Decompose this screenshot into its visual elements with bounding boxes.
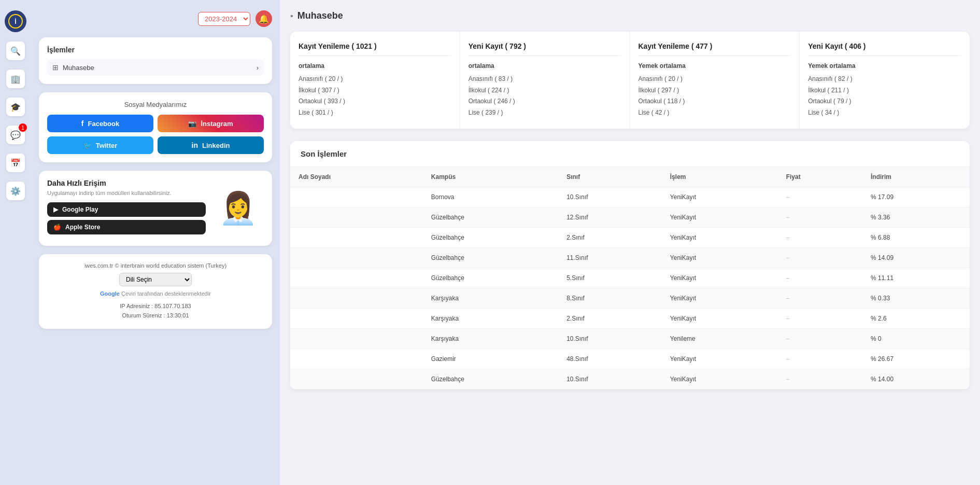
stat-card-2-item-1: İlkokul ( 297 / ) <box>638 85 791 96</box>
cell-kampus: Güzelbahçe <box>423 207 558 228</box>
col-header-ad: Adı Soyadı <box>290 167 423 187</box>
graduation-nav-icon[interactable]: 🎓 <box>6 98 25 116</box>
cell-indirim: % 3.36 <box>862 207 970 228</box>
cell-islem: YeniKayıt <box>662 369 778 390</box>
cell-kampus: Karşıyaka <box>423 288 558 309</box>
twitter-label: Twitter <box>96 142 118 149</box>
stat-card-1-item-1: İlkokul ( 224 / ) <box>468 85 621 96</box>
cell-sinif: 10.Sınıf <box>558 369 662 390</box>
cell-kampus: Bornova <box>423 187 558 207</box>
cell-fiyat: – <box>778 288 862 309</box>
col-header-indirim: İndirim <box>862 167 970 187</box>
google-play-button[interactable]: ▶ Google Play <box>47 202 206 217</box>
instagram-button[interactable]: 📷 İnstagram <box>158 115 264 132</box>
stat-card-0-item-3: Lise ( 301 / ) <box>299 107 451 119</box>
cell-indirim: % 14.09 <box>862 248 970 268</box>
stat-card-2: Kayıt Yenileme ( 477 ) Yemek ortalama An… <box>630 32 800 129</box>
building-nav-icon[interactable]: 🏢 <box>6 70 25 88</box>
play-icon: ▶ <box>53 206 58 213</box>
social-grid: f Facebook 📷 İnstagram 🐦 Twitter in Link… <box>47 115 264 154</box>
stat-card-3-item-2: Ortaokul ( 79 / ) <box>808 96 961 107</box>
cell-ad <box>290 349 423 369</box>
stat-card-2-subtitle: Yemek ortalama <box>638 62 791 70</box>
table-row: Gaziemir 48.Sınıf YeniKayıt – % 26.67 <box>290 349 970 369</box>
school-logo: İ <box>5 10 26 32</box>
main-content: ▪ Muhasebe Kayıt Yenileme ( 1021 ) ortal… <box>280 0 980 485</box>
table-header-row: Adı Soyadı Kampüs Sınıf İşlem Fiyat İndi… <box>290 167 970 187</box>
cell-ad <box>290 268 423 288</box>
transactions-table-container: Adı Soyadı Kampüs Sınıf İşlem Fiyat İndi… <box>290 167 970 390</box>
linkedin-button[interactable]: in Linkedin <box>158 136 264 154</box>
son-islemler-card: Son İşlemler Adı Soyadı Kampüs Sınıf İşl… <box>290 141 970 390</box>
sosyal-title: Sosyal Medyalarımız <box>47 101 264 108</box>
menu-grid-icon: ⊞ <box>52 63 59 72</box>
cell-fiyat: – <box>778 228 862 248</box>
stat-card-0-item-1: İlkokul ( 307 / ) <box>299 85 451 96</box>
left-panel: 2023-20242022-20232021-2022 🔔 İşlemler ⊞… <box>31 0 280 485</box>
bell-button[interactable]: 🔔 <box>255 10 272 27</box>
facebook-icon: f <box>81 119 84 128</box>
stat-card-0: Kayıt Yenileme ( 1021 ) ortalama Anasını… <box>290 32 460 129</box>
table-row: Karşıyaka 8.Sınıf YeniKayıt – % 0.33 <box>290 288 970 309</box>
sosyal-medya-card: Sosyal Medyalarımız f Facebook 📷 İnstagr… <box>39 92 272 162</box>
stats-row: Kayıt Yenileme ( 1021 ) ortalama Anasını… <box>290 32 970 129</box>
cell-fiyat: – <box>778 329 862 349</box>
cell-islem: Yenileme <box>662 329 778 349</box>
stat-card-1: Yeni Kayıt ( 792 ) ortalama Anasınıfı ( … <box>460 32 630 129</box>
cell-indirim: % 6.88 <box>862 228 970 248</box>
stat-card-3-item-1: İlkokul ( 211 / ) <box>808 85 961 96</box>
cell-sinif: 10.Sınıf <box>558 329 662 349</box>
cell-indirim: % 11.11 <box>862 268 970 288</box>
cell-kampus: Güzelbahçe <box>423 268 558 288</box>
cell-fiyat: – <box>778 349 862 369</box>
cell-ad <box>290 187 423 207</box>
cell-indirim: % 17.09 <box>862 187 970 207</box>
apple-icon: 🍎 <box>53 224 61 231</box>
cell-islem: YeniKayıt <box>662 309 778 329</box>
facebook-label: Facebook <box>88 120 119 128</box>
cell-sinif: 2.Sınıf <box>558 228 662 248</box>
muhasebe-menu-item[interactable]: ⊞ Muhasebe › <box>47 59 264 76</box>
cell-fiyat: – <box>778 309 862 329</box>
stat-card-3-title: Yeni Kayıt ( 406 ) <box>808 42 961 56</box>
linkedin-icon: in <box>192 141 198 149</box>
chat-nav-icon[interactable]: 💬 1 <box>6 126 25 144</box>
cell-fiyat: – <box>778 187 862 207</box>
instagram-label: İnstagram <box>201 120 233 128</box>
stat-card-2-item-3: Lise ( 42 / ) <box>638 107 791 119</box>
table-row: Güzelbahçe 5.Sınıf YeniKayıt – % 11.11 <box>290 268 970 288</box>
translate-suffix: Çeviri tarafından desteklenmektedir <box>121 290 211 297</box>
twitter-button[interactable]: 🐦 Twitter <box>47 136 153 154</box>
icon-sidebar: İ 🔍 🏢 🎓 💬 1 📅 ⚙️ <box>0 0 31 485</box>
page-header: ▪ Muhasebe <box>290 10 970 21</box>
cell-islem: YeniKayıt <box>662 248 778 268</box>
svg-text:İ: İ <box>15 18 16 25</box>
language-select[interactable]: Dili SeçinTürkçeEnglish <box>119 273 192 286</box>
twitter-icon: 🐦 <box>83 142 92 149</box>
chevron-right-icon: › <box>257 64 259 72</box>
cell-sinif: 8.Sınıf <box>558 288 662 309</box>
daha-hizli-title: Daha Hızlı Erişim <box>47 179 206 187</box>
cell-kampus: Güzelbahçe <box>423 228 558 248</box>
cell-indirim: % 26.67 <box>862 349 970 369</box>
chat-badge: 1 <box>19 123 27 132</box>
cell-indirim: % 0 <box>862 329 970 349</box>
google-play-label: Google Play <box>62 206 98 213</box>
page-header-icon: ▪ <box>290 11 293 21</box>
cell-fiyat: – <box>778 207 862 228</box>
cell-indirim: % 14.00 <box>862 369 970 390</box>
apple-store-button[interactable]: 🍎 Apple Store <box>47 220 206 234</box>
search-nav-icon[interactable]: 🔍 <box>6 41 25 60</box>
stat-card-1-title: Yeni Kayıt ( 792 ) <box>468 42 621 56</box>
cell-kampus: Karşıyaka <box>423 329 558 349</box>
transactions-table: Adı Soyadı Kampüs Sınıf İşlem Fiyat İndi… <box>290 167 970 390</box>
settings-nav-icon[interactable]: ⚙️ <box>6 182 25 200</box>
stat-card-2-item-2: Ortaokul ( 118 / ) <box>638 96 791 107</box>
calendar-nav-icon[interactable]: 📅 <box>6 154 25 172</box>
cell-kampus: Güzelbahçe <box>423 248 558 268</box>
facebook-button[interactable]: f Facebook <box>47 115 153 132</box>
cell-sinif: 48.Sınıf <box>558 349 662 369</box>
year-select[interactable]: 2023-20242022-20232021-2022 <box>198 12 250 26</box>
instagram-icon: 📷 <box>188 120 196 128</box>
cell-sinif: 2.Sınıf <box>558 309 662 329</box>
